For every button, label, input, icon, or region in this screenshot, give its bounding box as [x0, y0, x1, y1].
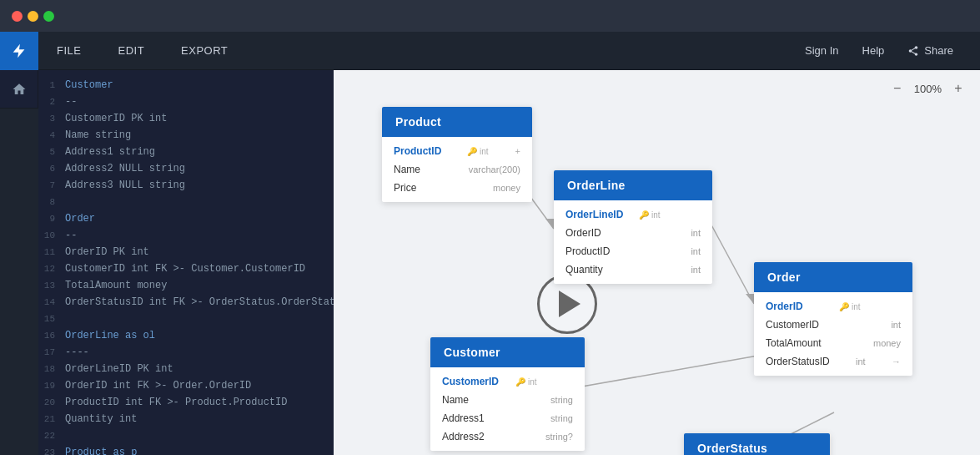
code-line: 23Product as p	[38, 444, 372, 455]
svg-line-1	[709, 220, 754, 304]
svg-line-2	[577, 354, 767, 387]
zoom-in-button[interactable]: +	[950, 80, 967, 97]
entity-row: ProductID 🔑 int +	[382, 142, 532, 160]
zoom-out-button[interactable]: −	[889, 80, 906, 97]
nav-right: Sign In Help Share	[795, 44, 980, 57]
code-editor[interactable]: 1Customer2--3CustomerID PK int4Name stri…	[38, 70, 372, 455]
entity-customer-header: Customer	[430, 337, 585, 367]
code-line: 13TotalAmount money	[38, 277, 372, 294]
entity-row: OrderID 🔑 int	[754, 297, 912, 316]
nav-edit[interactable]: EDIT	[99, 32, 163, 70]
bolt-icon	[10, 42, 28, 60]
code-line: 21Quantity int	[38, 411, 372, 427]
zoom-controls: − 100% +	[889, 80, 967, 97]
entity-orderline[interactable]: OrderLine OrderLineID 🔑 int OrderID int …	[554, 170, 712, 284]
nav-items: FILE EDIT EXPORT	[38, 32, 246, 70]
code-line: 12CustomerID int FK >- Customer.Customer…	[38, 260, 372, 277]
code-line: 2--	[38, 94, 372, 110]
code-line: 10--	[38, 227, 372, 244]
entity-row: Name varchar(200)	[382, 160, 532, 179]
entity-product-body: ProductID 🔑 int + Name varchar(200) Pric…	[382, 137, 532, 202]
code-line: 11OrderID PK int	[38, 244, 372, 260]
entity-row: Quantity int	[554, 260, 712, 279]
entity-order[interactable]: Order OrderID 🔑 int CustomerID int Total…	[754, 262, 912, 376]
entity-orderline-body: OrderLineID 🔑 int OrderID int ProductID …	[554, 200, 712, 284]
entity-orderline-header: OrderLine	[554, 170, 712, 200]
sidebar-home[interactable]	[0, 70, 38, 109]
entity-product[interactable]: Product ProductID 🔑 int + Name varchar(2…	[382, 107, 532, 202]
code-line: 14OrderStatusID int FK >- OrderStatus.Or…	[38, 294, 372, 311]
top-nav: FILE EDIT EXPORT Sign In Help Share	[0, 32, 980, 70]
entity-row: OrderStatusID int →	[754, 352, 912, 371]
zoom-level: 100%	[914, 83, 942, 95]
nav-file[interactable]: FILE	[38, 32, 99, 70]
code-line: 4Name string	[38, 127, 372, 144]
code-line: 6Address2 NULL string	[38, 160, 372, 177]
code-line: 16OrderLine as ol	[38, 327, 372, 344]
maximize-button[interactable]	[43, 11, 54, 22]
code-line: 19OrderID int FK >- Order.OrderID	[38, 377, 372, 394]
entity-row: TotalAmount money	[754, 334, 912, 352]
entity-row: Name string	[430, 391, 585, 409]
entity-orderstatus[interactable]: OrderStatus	[684, 433, 830, 455]
entity-row: Address2 string?	[430, 427, 585, 446]
code-panel: 1Customer2--3CustomerID PK int4Name stri…	[38, 70, 372, 455]
home-icon	[12, 82, 27, 97]
code-line: 3CustomerID PK int	[38, 110, 372, 127]
code-line: 18OrderLineID PK int	[38, 361, 372, 377]
entity-row: OrderLineID 🔑 int	[554, 205, 712, 224]
code-line: 22	[38, 427, 372, 444]
code-line: 9Order	[38, 210, 372, 227]
signin-button[interactable]: Sign In	[795, 44, 848, 57]
entity-customer[interactable]: Customer CustomerID 🔑 int Name string Ad…	[430, 337, 585, 451]
entity-product-header: Product	[382, 107, 532, 137]
entity-row: CustomerID 🔑 int	[430, 372, 585, 391]
code-line: 5Address1 string	[38, 144, 372, 160]
entity-row: Address1 string	[430, 409, 585, 427]
close-button[interactable]	[12, 11, 23, 22]
entity-order-body: OrderID 🔑 int CustomerID int TotalAmount…	[754, 292, 912, 376]
minimize-button[interactable]	[28, 11, 38, 22]
code-line: 20ProductID int FK >- Product.ProductID	[38, 394, 372, 411]
share-icon	[907, 45, 919, 57]
entity-orderstatus-header: OrderStatus	[684, 433, 830, 455]
traffic-lights	[0, 11, 54, 22]
entity-row: CustomerID int	[754, 316, 912, 334]
code-line: 17----	[38, 344, 372, 361]
titlebar	[0, 0, 980, 32]
nav-export[interactable]: EXPORT	[163, 32, 246, 70]
entity-customer-body: CustomerID 🔑 int Name string Address1 st…	[430, 367, 585, 451]
entity-order-header: Order	[754, 262, 912, 292]
help-button[interactable]: Help	[852, 44, 895, 57]
code-line: 8	[38, 194, 372, 210]
app-logo	[0, 32, 38, 70]
code-line: 15	[38, 311, 372, 327]
diagram-canvas[interactable]: − 100% + Product ProductID 🔑 int +	[334, 70, 980, 455]
entity-row: OrderID int	[554, 224, 712, 242]
play-triangle-icon	[559, 291, 580, 317]
entity-row: ProductID int	[554, 242, 712, 260]
code-line: 1Customer	[38, 77, 372, 94]
entity-row: Price money	[382, 179, 532, 197]
code-line: 7Address3 NULL string	[38, 177, 372, 194]
share-button[interactable]: Share	[897, 44, 963, 57]
